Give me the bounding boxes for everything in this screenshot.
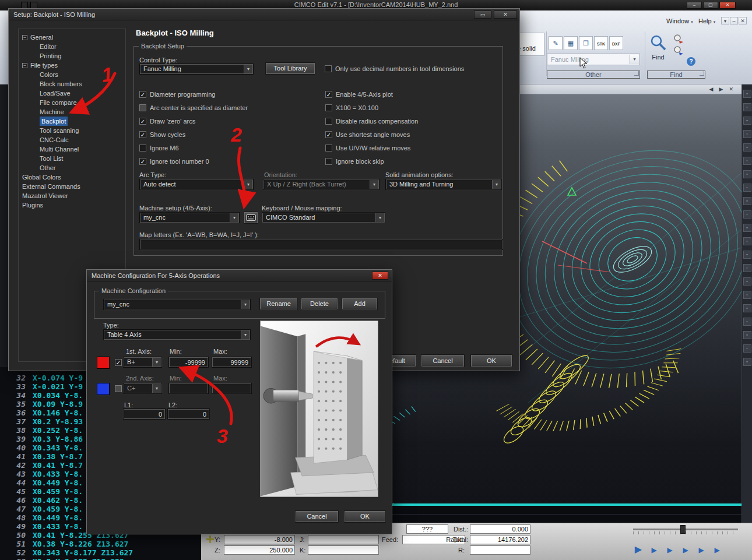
tab-close-icon[interactable]: ✕ <box>729 85 733 94</box>
pause-button[interactable]: ▶ <box>647 545 661 555</box>
checkbox-box[interactable]: ✓ <box>325 91 332 98</box>
r-field[interactable] <box>470 545 530 555</box>
viewport-tool-button[interactable]: ▫ <box>743 130 751 138</box>
keyboard-mapping-select[interactable]: CIMCO Standard ▾ <box>262 212 385 223</box>
viewport-tool-button[interactable]: ▫ <box>743 157 751 165</box>
k-field[interactable] <box>308 545 379 555</box>
checkbox-box[interactable]: ✓ <box>139 91 146 98</box>
grid-icon[interactable]: ▦ <box>564 36 578 50</box>
find-icon[interactable] <box>649 34 667 51</box>
tree-item-printing[interactable]: Printing <box>19 51 125 61</box>
machine-setup-select[interactable]: my_cnc ▾ <box>139 212 240 223</box>
checkbox-box[interactable]: ✓ <box>139 118 146 125</box>
tree-item-general[interactable]: −General <box>19 33 125 42</box>
viewport-tool-button[interactable]: ▪ <box>743 143 751 152</box>
machine-profile-select[interactable]: Fanuc Milling ▾ <box>547 54 640 65</box>
tab-prev-icon[interactable]: ◀ <box>709 85 714 94</box>
minimize-button[interactable]: – <box>687 2 702 9</box>
tree-item-file-types[interactable]: −File types <box>19 61 125 70</box>
doc-close-button[interactable]: ✕ <box>739 17 747 24</box>
checkbox-box[interactable] <box>325 65 332 72</box>
viewport-tool-button[interactable]: ▫ <box>743 184 751 192</box>
checkbox-draw-zero-arcs[interactable]: ✓Draw 'zero' arcs <box>139 117 248 125</box>
viewport-tool-button[interactable]: ▪ <box>743 90 751 98</box>
find-button-label[interactable]: Find <box>648 54 668 61</box>
checkbox-box[interactable] <box>325 118 332 125</box>
help-icon[interactable]: ? <box>687 57 695 66</box>
doc-minimize-button[interactable]: – <box>730 17 738 24</box>
gcode-line[interactable]: 52X0.343 Y-8.177 Z13.627 <box>0 548 201 557</box>
tree-item-editor[interactable]: Editor <box>19 42 125 51</box>
viewport-tool-button[interactable]: ▪ <box>743 197 751 205</box>
step-single-button[interactable]: ▶ <box>663 545 677 555</box>
viewport-tool-button[interactable]: ▪ <box>743 331 751 339</box>
checkbox-ignore-tool-number-0[interactable]: ✓Ignore tool number 0 <box>139 157 248 165</box>
axis2-select[interactable]: C+ ▾ <box>123 383 162 394</box>
axis2-checkbox[interactable] <box>115 385 122 392</box>
checkbox-box[interactable]: ✓ <box>325 131 332 138</box>
z-field[interactable] <box>224 545 295 555</box>
dialog-maximize-button[interactable]: ▭ <box>474 10 491 19</box>
checkbox-arc-center-is-specified-as-diameter[interactable]: Arc center is specified as diameter <box>139 104 248 112</box>
viewport-tool-button[interactable]: ▪ <box>743 170 751 178</box>
tree-item-multi-channel[interactable]: Multi Channel <box>19 145 125 154</box>
checkbox-box[interactable] <box>325 158 332 165</box>
tree-item-cnc-calc[interactable]: CNC-Calc <box>19 135 125 145</box>
tree-item-external-commands[interactable]: External Commands <box>19 182 125 191</box>
step-z-button[interactable]: ▶ <box>694 545 708 555</box>
viewport-tool-button[interactable]: ▫ <box>743 264 751 272</box>
machine-config-button[interactable] <box>244 212 258 224</box>
type-select[interactable]: Table 4 Axis ▾ <box>103 329 251 340</box>
l2-field[interactable] <box>167 408 210 420</box>
axis1-checkbox[interactable]: ✓ <box>115 359 122 366</box>
backplot-chart-icon[interactable]: ✎ <box>549 36 563 50</box>
checkbox-disable-radius-compensation[interactable]: Disable radius compensation <box>325 117 418 125</box>
checkbox-box[interactable] <box>139 145 146 152</box>
orientation-select[interactable]: X Up / Z Right (Back Turret) ▾ <box>263 179 379 190</box>
tree-item-tool-list[interactable]: Tool List <box>19 154 125 163</box>
axis1-max-field[interactable] <box>212 357 252 368</box>
axis2-max-field[interactable] <box>212 383 252 394</box>
add-button[interactable]: Add <box>342 298 378 310</box>
maximize-button[interactable]: ▢ <box>703 2 718 9</box>
find-next-icon[interactable] <box>673 34 684 44</box>
viewport-tool-button[interactable]: ▪ <box>743 251 751 259</box>
stk-export-icon[interactable]: STK <box>594 36 608 50</box>
simulation-slider-handle[interactable] <box>680 525 686 534</box>
viewport-tool-button[interactable]: ▫ <box>743 344 751 353</box>
arc-type-select[interactable]: Auto detect ▾ <box>139 179 254 190</box>
tree-item-file-compare[interactable]: File compare <box>19 98 125 107</box>
tree-item-backplot[interactable]: Backplot <box>19 117 125 126</box>
y-field[interactable] <box>224 535 295 544</box>
tree-item-colors[interactable]: Colors <box>19 70 125 79</box>
axis2-color-swatch[interactable] <box>97 383 110 395</box>
tree-item-load-save[interactable]: Load/Save <box>19 89 125 98</box>
play-button[interactable]: ▶ <box>631 544 645 555</box>
tab-next-icon[interactable]: ▶ <box>719 85 723 94</box>
checkbox-x100-x0-100[interactable]: X100 = X0.100 <box>325 104 418 112</box>
gcode-line[interactable]: 51X0.38 Y-8.226 Z13.627 <box>0 540 201 548</box>
checkbox-show-cycles[interactable]: ✓Show cycles <box>139 131 248 139</box>
axis2-min-field[interactable] <box>168 383 209 394</box>
viewport-tool-button[interactable]: ▪ <box>743 224 751 232</box>
tree-item-other[interactable]: Other <box>19 163 125 172</box>
checkbox-box[interactable]: ✓ <box>139 131 146 138</box>
viewport-tool-button[interactable]: ▪ <box>743 277 751 286</box>
checkbox-diameter-programming[interactable]: ✓Diameter programming <box>139 90 248 98</box>
machine-dialog-titlebar[interactable]: Machine Configuration For 5-Axis Operati… <box>87 270 392 281</box>
j-field[interactable] <box>308 535 379 544</box>
setup-dialog-titlebar[interactable]: Setup: Backplot - ISO Milling <box>9 9 519 20</box>
map-letters-field[interactable] <box>139 239 503 250</box>
dist-field[interactable] <box>470 524 530 534</box>
cancel-button[interactable]: Cancel <box>295 510 339 523</box>
viewport-tool-button[interactable]: ▫ <box>743 318 751 326</box>
cancel-button[interactable]: Cancel <box>421 354 465 367</box>
tree-item-plugins[interactable]: Plugins <box>19 200 125 210</box>
dialog-launcher-icon[interactable] <box>634 71 639 76</box>
viewport-tool-button[interactable]: ▫ <box>743 210 751 219</box>
machine-select[interactable]: my_cnc ▾ <box>103 299 251 310</box>
checkbox-box[interactable] <box>325 145 332 152</box>
viewport-tool-button[interactable]: ▪ <box>743 358 751 366</box>
total-field[interactable] <box>470 535 530 544</box>
step-rapid-button[interactable]: ▶ <box>679 545 693 555</box>
